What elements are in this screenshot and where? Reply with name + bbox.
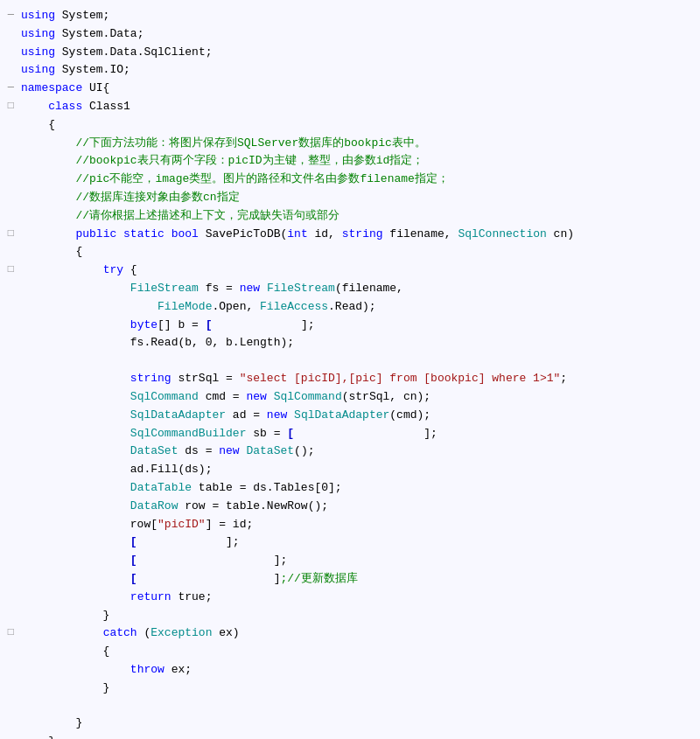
code-line: row["picID"] = id; <box>0 516 700 534</box>
line-content: } <box>18 680 696 698</box>
line-content <box>18 352 696 370</box>
line-gutter <box>0 189 18 207</box>
line-gutter <box>0 135 18 153</box>
line-gutter <box>0 317 18 335</box>
code-line: //下面方法功能：将图片保存到SQLServer数据库的bookpic表中。 <box>0 135 700 153</box>
code-line: using System.Data; <box>0 25 700 44</box>
line-content: using System; <box>18 7 696 25</box>
code-editor: ─using System;using System.Data;using Sy… <box>0 0 700 739</box>
code-line: ─namespace UI{ <box>0 80 700 98</box>
code-line: DataTable table = ds.Tables[0]; <box>0 479 700 498</box>
line-gutter: □ <box>0 624 18 643</box>
code-line: [ ];//更新数据库 <box>0 570 700 589</box>
line-gutter <box>0 607 18 625</box>
code-line: FileMode.Open, FileAccess.Read); <box>0 298 700 317</box>
code-line: { <box>0 243 700 261</box>
line-content: DataSet ds = new DataSet(); <box>18 443 696 461</box>
code-line: fs.Read(b, 0, b.Length); <box>0 334 700 352</box>
line-content <box>18 697 696 715</box>
line-gutter <box>0 589 18 607</box>
code-line: □ public static bool SavePicToDB(int id,… <box>0 226 700 244</box>
line-gutter <box>0 171 18 189</box>
line-content: SqlDataAdapter ad = new SqlDataAdapter(c… <box>18 407 696 425</box>
line-content: } <box>18 733 696 739</box>
line-gutter <box>0 407 18 425</box>
line-content: { <box>18 116 696 135</box>
line-gutter <box>0 25 18 44</box>
line-content: [ ]; <box>18 533 696 552</box>
line-content: //数据库连接对象由参数cn指定 <box>18 189 696 207</box>
code-line: } <box>0 607 700 625</box>
line-gutter <box>0 715 18 733</box>
line-content: throw ex; <box>18 661 696 680</box>
line-content: //请你根据上述描述和上下文，完成缺失语句或部分 <box>18 207 696 226</box>
code-line: ─using System; <box>0 7 700 25</box>
line-content: using System.Data; <box>18 25 696 44</box>
line-content: SqlCommand cmd = new SqlCommand(strSql, … <box>18 388 696 407</box>
line-gutter <box>0 243 18 261</box>
code-line: SqlCommand cmd = new SqlCommand(strSql, … <box>0 388 700 407</box>
code-line: //pic不能空，image类型。图片的路径和文件名由参数filename指定； <box>0 171 700 189</box>
line-gutter <box>0 298 18 317</box>
line-gutter <box>0 461 18 479</box>
code-line: } <box>0 715 700 733</box>
line-gutter <box>0 388 18 407</box>
line-content: FileStream fs = new FileStream(filename, <box>18 280 696 298</box>
line-gutter <box>0 552 18 570</box>
line-gutter <box>0 352 18 370</box>
code-line: ad.Fill(ds); <box>0 461 700 479</box>
line-gutter <box>0 334 18 352</box>
line-gutter <box>0 697 18 715</box>
line-gutter: □ <box>0 261 18 280</box>
code-line: //bookpic表只有两个字段：picID为主键，整型，由参数id指定； <box>0 152 700 171</box>
line-gutter: ─ <box>0 80 18 98</box>
line-gutter: □ <box>0 226 18 244</box>
code-line: [ ]; <box>0 533 700 552</box>
line-content: row["picID"] = id; <box>18 516 696 534</box>
line-content: using System.Data.SqlClient; <box>18 44 696 62</box>
line-content: { <box>18 243 696 261</box>
code-line: □ try { <box>0 261 700 280</box>
line-content: } <box>18 607 696 625</box>
line-gutter <box>0 533 18 552</box>
code-line: //数据库连接对象由参数cn指定 <box>0 189 700 207</box>
code-line: using System.Data.SqlClient; <box>0 44 700 62</box>
code-line: throw ex; <box>0 661 700 680</box>
code-line: using System.IO; <box>0 61 700 80</box>
line-gutter <box>0 207 18 226</box>
line-gutter <box>0 680 18 698</box>
line-content: //下面方法功能：将图片保存到SQLServer数据库的bookpic表中。 <box>18 135 696 153</box>
code-line: { <box>0 116 700 135</box>
code-line: SqlDataAdapter ad = new SqlDataAdapter(c… <box>0 407 700 425</box>
line-gutter <box>0 116 18 135</box>
line-gutter <box>0 479 18 498</box>
line-gutter: □ <box>0 98 18 116</box>
code-line: □ class Class1 <box>0 98 700 116</box>
line-content: //pic不能空，image类型。图片的路径和文件名由参数filename指定； <box>18 171 696 189</box>
line-gutter <box>0 280 18 298</box>
line-content: try { <box>18 261 696 280</box>
code-content: ─using System;using System.Data;using Sy… <box>0 7 700 739</box>
line-gutter <box>0 443 18 461</box>
line-content: SqlCommandBuilder sb = [ ]; <box>18 425 696 443</box>
code-line <box>0 352 700 370</box>
code-line: } <box>0 680 700 698</box>
line-content: catch (Exception ex) <box>18 624 696 643</box>
line-gutter <box>0 516 18 534</box>
line-content: //bookpic表只有两个字段：picID为主键，整型，由参数id指定； <box>18 152 696 171</box>
code-line: return true; <box>0 589 700 607</box>
line-content: byte[] b = [ ]; <box>18 317 696 335</box>
line-gutter <box>0 733 18 739</box>
line-content: fs.Read(b, 0, b.Length); <box>18 334 696 352</box>
code-line: byte[] b = [ ]; <box>0 317 700 335</box>
code-line: [ ]; <box>0 552 700 570</box>
code-line: FileStream fs = new FileStream(filename, <box>0 280 700 298</box>
code-line: DataRow row = table.NewRow(); <box>0 498 700 516</box>
line-content: [ ];//更新数据库 <box>18 570 696 589</box>
code-line: //请你根据上述描述和上下文，完成缺失语句或部分 <box>0 207 700 226</box>
line-content: return true; <box>18 589 696 607</box>
line-content: FileMode.Open, FileAccess.Read); <box>18 298 696 317</box>
code-line: { <box>0 643 700 661</box>
line-content: string strSql = "select [picID],[pic] fr… <box>18 370 696 388</box>
line-content: DataRow row = table.NewRow(); <box>18 498 696 516</box>
